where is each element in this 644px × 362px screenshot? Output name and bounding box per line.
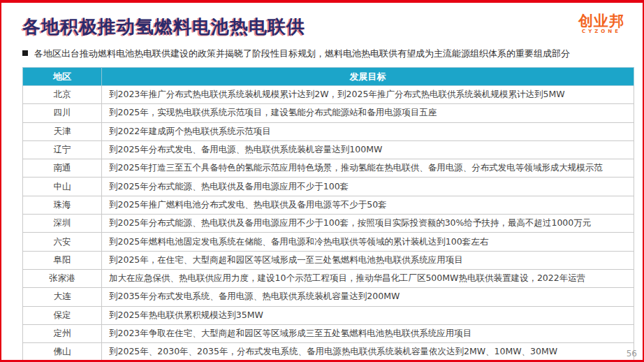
goal-cell: 到2025年分布式能源、热电联供及备用电源应用不少于100套，按照项目实际投资额…: [102, 215, 634, 233]
table-row: 阜阳 到2025年，在住宅、大型商超和园区等区域形成一至三处氢燃料电池热电联供系…: [23, 251, 634, 269]
table-row: 深圳 到2025年分布式能源、热电联供及备用电源应用不少于100套，按照项目实际…: [23, 215, 634, 233]
region-cell: 定州: [23, 324, 102, 342]
region-cell: 张家港: [23, 269, 102, 287]
intro-bullet-line: 各地区出台推动燃料电池热电联供建设的政策并揭晓了阶段性目标规划，燃料电池热电联供…: [22, 48, 629, 59]
goal-cell: 到2035年分布式发电系统、备用电源、热电联供系统装机容量达到200MW: [102, 288, 634, 306]
table-row: 大连 到2035年分布式发电系统、备用电源、热电联供系统装机容量达到200MW: [23, 288, 634, 306]
cyzone-logo: 创业邦 CYZONE: [571, 13, 631, 34]
goal-cell: 到2022年建成两个热电联供系统示范项目: [102, 122, 634, 140]
table-row: 佛山 到2025年、2030年、2035年，分布式发电系统、备用电源热电联供系统…: [23, 343, 634, 361]
region-cell: 南通: [23, 159, 102, 178]
table-row: 保定 到2025年热电联供累积规模达到35MW: [23, 306, 634, 324]
column-header-goal: 发展目标: [102, 68, 634, 86]
region-cell: 辽宁: [23, 140, 102, 159]
intro-text: 各地区出台推动燃料电池热电联供建设的政策并揭晓了阶段性目标规划，燃料电池热电联供…: [34, 48, 570, 59]
goal-cell: 到2025年分布式发电、备用电源、热电联供系统装机容量达到100MW: [102, 140, 634, 159]
region-cell: 深圳: [23, 215, 102, 233]
goals-table-wrap: 地区 发展目标 北京 到2023年推广分布式热电联供系统装机规模累计达到2W，到…: [22, 67, 634, 362]
slide: 各地积极推动氢燃料电池热电联供 创业邦 CYZONE 各地区出台推动燃料电池热电…: [0, 0, 644, 362]
region-cell: 中山: [23, 178, 102, 196]
table-row: 四川 到2025年，实现热电联供系统示范项目，建设氢能分布式能源站和备用电源项目…: [23, 104, 634, 122]
table-row: 南通 到2025年打造三至五个具备特色的氢能示范应用特色场景，推动氢能在热电联供…: [23, 159, 634, 178]
goal-cell: 到2025年分布式能源、热电联供及备用电源应用不少于100套: [102, 178, 634, 196]
region-cell: 佛山: [23, 343, 102, 361]
table-row: 六安 到2025年燃料电池固定发电系统在储能、备用电源和冷热电联供等领域的累计装…: [23, 233, 634, 251]
region-cell: 四川: [23, 104, 102, 122]
goal-cell: 到2025年，实现热电联供系统示范项目，建设氢能分布式能源站和备用电源项目五座: [102, 104, 634, 122]
goal-cell: 到2023年推广分布式热电联供系统装机规模累计达到2W，到2025年推广分布式热…: [102, 86, 634, 104]
table-row: 张家港 加大在应急保供、热电联供应用力度，建设10个示范工程项目，推动华昌化工厂…: [23, 269, 634, 287]
logo-subtitle: CYZONE: [571, 29, 631, 34]
region-cell: 六安: [23, 233, 102, 251]
goal-cell: 加大在应急保供、热电联供应用力度，建设10个示范工程项目，推动华昌化工厂区500…: [102, 269, 634, 287]
region-cell: 北京: [23, 86, 102, 104]
page-title: 各地积极推动氢燃料电池热电联供: [22, 15, 305, 39]
table-row: 天津 到2022年建成两个热电联供系统示范项目: [23, 122, 634, 140]
region-cell: 大连: [23, 288, 102, 306]
table-row: 定州 到2023年争取在住宅、大型商超和园区等区域形成三至五处氢燃料电池热电联供…: [23, 324, 634, 342]
region-cell: 天津: [23, 122, 102, 140]
goal-cell: 到2025年，在住宅、大型商超和园区等区域形成一至三处氢燃料电池热电联供系统应用…: [102, 251, 634, 269]
table-row: 北京 到2023年推广分布式热电联供系统装机规模累计达到2W，到2025年推广分…: [23, 86, 634, 104]
table-row: 珠海 到2025年推广燃料电池分布式发电、热电联供及备用电源等不少于50套: [23, 196, 634, 214]
table-row: 辽宁 到2025年分布式发电、备用电源、热电联供系统装机容量达到100MW: [23, 140, 634, 159]
page-number: 56: [627, 349, 637, 359]
table-row: 中山 到2025年分布式能源、热电联供及备用电源应用不少于100套: [23, 178, 634, 196]
goal-cell: 到2023年争取在住宅、大型商超和园区等区域形成三至五处氢燃料电池热电联供系统应…: [102, 324, 634, 342]
column-header-region: 地区: [23, 68, 102, 86]
region-cell: 珠海: [23, 196, 102, 214]
region-cell: 保定: [23, 306, 102, 324]
logo-text: 创业邦: [571, 13, 631, 29]
bullet-square-icon: [22, 50, 28, 56]
region-cell: 阜阳: [23, 251, 102, 269]
goal-cell: 到2025年打造三至五个具备特色的氢能示范应用特色场景，推动氢能在热电联供、备用…: [102, 159, 634, 178]
goal-cell: 到2025年燃料电池固定发电系统在储能、备用电源和冷热电联供等领域的累计装机达到…: [102, 233, 634, 251]
goal-cell: 到2025年、2030年、2035年，分布式发电系统、备用电源热电联供系统装机容…: [102, 343, 634, 361]
goal-cell: 到2025年推广燃料电池分布式发电、热电联供及备用电源等不少于50套: [102, 196, 634, 214]
goals-table: 地区 发展目标 北京 到2023年推广分布式热电联供系统装机规模累计达到2W，到…: [22, 67, 634, 362]
table-header-row: 地区 发展目标: [23, 68, 634, 86]
goal-cell: 到2025年热电联供累积规模达到35MW: [102, 306, 634, 324]
